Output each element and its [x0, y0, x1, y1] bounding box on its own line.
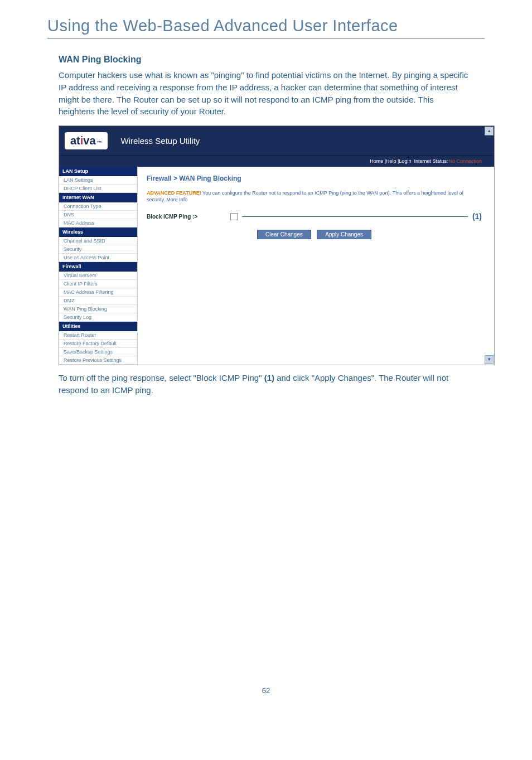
sidebar-item[interactable]: DNS: [59, 211, 137, 219]
top-status-bar: Home |Help |Login Internet Status: No Co…: [59, 155, 494, 167]
callout-marker-1: (1): [472, 212, 482, 221]
sidebar-item[interactable]: DHCP Client List: [59, 185, 137, 193]
logo-prefix: at: [70, 134, 80, 147]
followup-pre: To turn off the ping response, select "B…: [59, 373, 264, 383]
sidebar-nav: LAN SetupLAN SettingsDHCP Client ListInt…: [59, 167, 138, 365]
section-heading: WAN Ping Blocking: [59, 55, 485, 65]
sidebar-item[interactable]: MAC Address: [59, 219, 137, 227]
sidebar-item[interactable]: Client IP Filters: [59, 280, 137, 288]
sidebar-item[interactable]: Security: [59, 245, 137, 254]
sidebar-item[interactable]: Connection Type: [59, 202, 137, 211]
adv-label: ADVANCED FEATURE!: [147, 190, 201, 196]
sidebar-category: Wireless: [59, 227, 137, 237]
sidebar-item[interactable]: LAN Settings: [59, 176, 137, 185]
sidebar-item[interactable]: Use as Access Point: [59, 254, 137, 262]
sidebar-item[interactable]: MAC Address Filtering: [59, 288, 137, 297]
topbar-links[interactable]: Home |Help |Login: [370, 158, 411, 164]
clear-changes-button[interactable]: Clear Changes: [257, 230, 311, 239]
sidebar-category: Firewall: [59, 262, 137, 272]
followup-paragraph: To turn off the ping response, select "B…: [59, 372, 471, 396]
sidebar-item[interactable]: Restart Router: [59, 331, 137, 340]
trademark-icon: ™: [97, 140, 102, 146]
scroll-up-icon[interactable]: ▴: [485, 127, 494, 135]
sidebar-category: LAN Setup: [59, 167, 137, 176]
sidebar-item[interactable]: Security Log: [59, 313, 137, 322]
router-ui-screenshot: ▴ ativa™ Wireless Setup Utility Home |He…: [59, 125, 495, 365]
more-info-link[interactable]: More Info: [166, 197, 187, 202]
sidebar-item[interactable]: DMZ: [59, 297, 137, 305]
brand-logo: ativa™: [65, 132, 108, 149]
sidebar-item[interactable]: WAN Ping Blocking: [59, 305, 137, 313]
main-panel: Firewall > WAN Ping Blocking ADVANCED FE…: [138, 167, 494, 365]
app-header: ativa™ Wireless Setup Utility: [59, 126, 494, 155]
status-label: Internet Status:: [414, 158, 448, 164]
status-value: No Connection: [448, 158, 482, 164]
block-icmp-label: Block ICMP Ping :>: [147, 214, 230, 220]
title-rule: [47, 38, 485, 39]
block-icmp-checkbox[interactable]: [230, 213, 238, 220]
sidebar-item[interactable]: Virtual Servers: [59, 272, 137, 280]
apply-changes-button[interactable]: Apply Changes: [317, 230, 371, 239]
sidebar-category: Utilities: [59, 322, 137, 331]
body-paragraph: Computer hackers use what is known as "p…: [59, 69, 471, 118]
sidebar-item[interactable]: Restore Factory Default: [59, 340, 137, 348]
scroll-down-icon[interactable]: ▾: [485, 355, 494, 364]
breadcrumb: Firewall > WAN Ping Blocking: [147, 175, 482, 182]
sidebar-category: Internet WAN: [59, 193, 137, 202]
app-header-title: Wireless Setup Utility: [121, 136, 200, 146]
advanced-feature-note: ADVANCED FEATURE! You can configure the …: [147, 190, 482, 203]
sidebar-item[interactable]: Restore Previous Settings: [59, 356, 137, 365]
sidebar-item[interactable]: Save/Backup Settings: [59, 348, 137, 356]
followup-bold: (1): [264, 373, 274, 383]
page-number: 62: [47, 686, 485, 695]
logo-suffix: va: [83, 134, 95, 147]
callout-line: [242, 216, 468, 217]
sidebar-item[interactable]: Channel and SSID: [59, 237, 137, 245]
page-title: Using the Web-Based Advanced User Interf…: [47, 17, 485, 35]
